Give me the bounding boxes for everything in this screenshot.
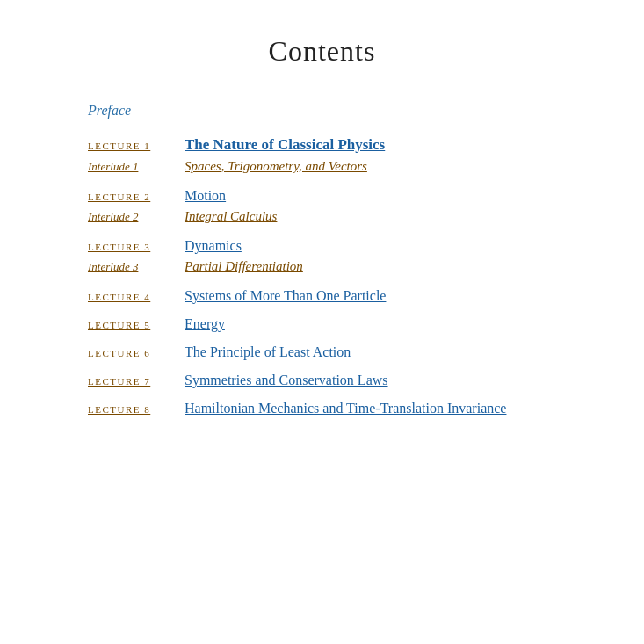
toc-entry-lecture-2: LECTURE 2 Motion [88,188,591,204]
lecture-5-title[interactable]: Energy [185,316,225,332]
interlude-1-title[interactable]: Spaces, Trigonometry, and Vectors [185,159,367,174]
lecture-4-title[interactable]: Systems of More Than One Particle [185,288,386,304]
lecture-1-label[interactable]: LECTURE 1 [88,141,167,151]
interlude-2-title[interactable]: Integral Calculus [185,209,277,224]
interlude-3-label[interactable]: Interlude 3 [88,260,167,274]
lecture-2-label[interactable]: LECTURE 2 [88,192,167,202]
lecture-4-label[interactable]: LECTURE 4 [88,292,167,302]
toc-container: Preface LECTURE 1 The Nature of Classica… [88,103,591,416]
entry-group-lecture-2: LECTURE 2 Motion Interlude 2 Integral Ca… [88,188,591,224]
lecture-6-label[interactable]: LECTURE 6 [88,348,167,358]
toc-entry-lecture-3: LECTURE 3 Dynamics [88,238,591,254]
lecture-8-label[interactable]: LECTURE 8 [88,404,167,415]
entry-group-lecture-4: LECTURE 4 Systems of More Than One Parti… [88,288,591,304]
lecture-8-title[interactable]: Hamiltonian Mechanics and Time-Translati… [185,401,506,416]
toc-entry-lecture-6: LECTURE 6 The Principle of Least Action [88,344,591,360]
interlude-1-entry: Interlude 1 Spaces, Trigonometry, and Ve… [88,159,591,174]
lecture-6-title[interactable]: The Principle of Least Action [185,344,351,360]
interlude-3-title[interactable]: Partial Differentiation [185,259,303,274]
entry-group-lecture-5: LECTURE 5 Energy [88,316,591,332]
entry-group-lecture-6: LECTURE 6 The Principle of Least Action [88,344,591,360]
interlude-3-entry: Interlude 3 Partial Differentiation [88,259,591,274]
entry-group-lecture-7: LECTURE 7 Symmetries and Conservation La… [88,373,591,388]
entry-group-lecture-3: LECTURE 3 Dynamics Interlude 3 Partial D… [88,238,591,274]
toc-entry-lecture-8: LECTURE 8 Hamiltonian Mechanics and Time… [88,401,591,416]
lecture-3-label[interactable]: LECTURE 3 [88,242,167,252]
toc-entry-lecture-5: LECTURE 5 Energy [88,316,591,332]
lecture-3-title[interactable]: Dynamics [185,238,242,254]
preface-row: Preface [88,103,591,119]
interlude-2-label[interactable]: Interlude 2 [88,210,167,224]
entry-group-lecture-1: LECTURE 1 The Nature of Classical Physic… [88,136,591,174]
lecture-7-title[interactable]: Symmetries and Conservation Laws [185,373,388,388]
page-title: Contents [53,35,591,68]
lecture-2-title[interactable]: Motion [185,188,226,204]
lecture-7-label[interactable]: LECTURE 7 [88,376,167,387]
entry-group-lecture-8: LECTURE 8 Hamiltonian Mechanics and Time… [88,401,591,416]
toc-entry-lecture-7: LECTURE 7 Symmetries and Conservation La… [88,373,591,388]
toc-entry-lecture-4: LECTURE 4 Systems of More Than One Parti… [88,288,591,304]
toc-entry-lecture-1: LECTURE 1 The Nature of Classical Physic… [88,136,591,154]
interlude-1-label[interactable]: Interlude 1 [88,160,167,174]
lecture-5-label[interactable]: LECTURE 5 [88,320,167,330]
preface-link[interactable]: Preface [88,103,131,118]
lecture-1-title[interactable]: The Nature of Classical Physics [185,136,385,154]
interlude-2-entry: Interlude 2 Integral Calculus [88,209,591,224]
